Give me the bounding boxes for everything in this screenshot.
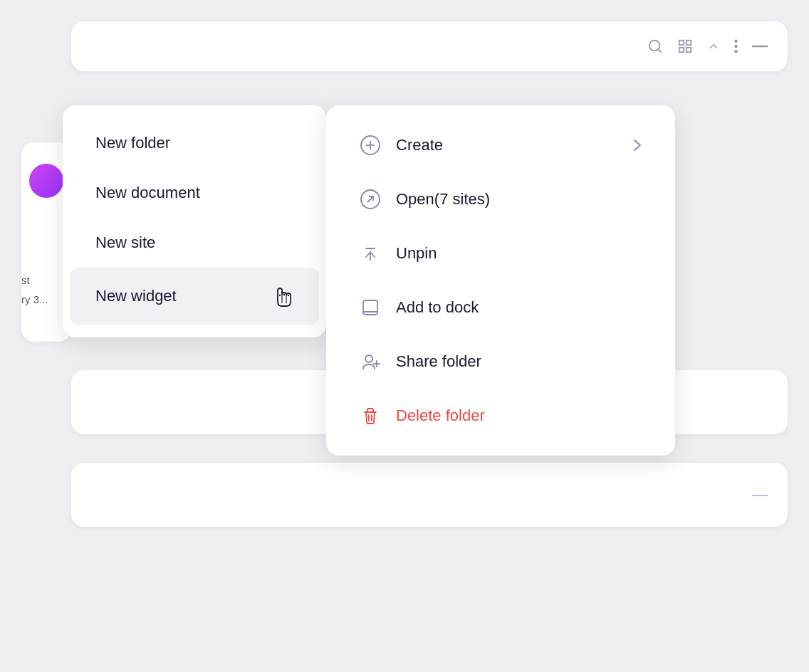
svg-rect-3 — [687, 41, 691, 45]
menu-item-create[interactable]: Create — [333, 118, 668, 172]
background-text: st ry 3... — [21, 271, 48, 309]
bg-card-bottom-2: — — [71, 463, 788, 527]
menu-item-new-site[interactable]: New site — [70, 218, 319, 268]
left-context-menu: New folder New document New site New wid… — [63, 105, 326, 337]
menu-item-share-folder[interactable]: Share folder — [333, 335, 668, 389]
svg-point-7 — [734, 45, 738, 48]
svg-point-8 — [734, 50, 738, 53]
svg-point-24 — [365, 355, 372, 362]
arrow-up-right-circle-icon — [359, 188, 382, 211]
plus-circle-icon — [359, 134, 382, 157]
minus-icon[interactable] — [752, 45, 768, 48]
unpin-label: Unpin — [396, 244, 642, 263]
menu-item-delete-folder[interactable]: Delete folder — [333, 389, 668, 443]
svg-point-12 — [279, 295, 281, 296]
tablet-icon — [359, 296, 382, 319]
svg-line-1 — [658, 49, 661, 52]
menu-item-add-to-dock[interactable]: Add to dock — [333, 280, 668, 335]
menu-item-unpin[interactable]: Unpin — [333, 226, 668, 280]
top-bar — [71, 21, 788, 71]
menu-item-new-folder[interactable]: New folder — [70, 118, 319, 168]
svg-rect-4 — [679, 48, 684, 52]
right-context-menu: Create Open(7 sites) Unpin — [326, 105, 675, 456]
chevron-right-icon — [632, 137, 642, 153]
svg-rect-22 — [363, 300, 377, 315]
svg-rect-5 — [687, 48, 691, 52]
sort-icon[interactable] — [707, 40, 720, 53]
cursor-hand-icon — [271, 283, 293, 309]
menu-item-new-document[interactable]: New document — [70, 168, 319, 218]
svg-rect-2 — [679, 41, 684, 45]
open-sites-label: Open(7 sites) — [396, 190, 642, 209]
user-plus-icon — [359, 350, 382, 373]
delete-folder-label: Delete folder — [396, 406, 642, 425]
svg-point-6 — [734, 39, 738, 43]
minus-decoration: — — [752, 485, 768, 504]
grid-icon[interactable] — [677, 38, 693, 54]
purple-avatar — [29, 164, 63, 198]
search-icon[interactable] — [647, 38, 663, 54]
add-to-dock-label: Add to dock — [396, 298, 642, 317]
more-vertical-icon[interactable] — [734, 38, 738, 54]
svg-point-13 — [283, 294, 285, 295]
menu-item-new-widget[interactable]: New widget — [70, 268, 319, 325]
svg-line-19 — [367, 196, 373, 202]
trash-icon — [359, 404, 382, 427]
create-label: Create — [396, 136, 618, 154]
unpin-icon — [359, 242, 382, 265]
svg-point-14 — [288, 295, 289, 296]
menu-item-open-sites[interactable]: Open(7 sites) — [333, 172, 668, 226]
share-folder-label: Share folder — [396, 352, 642, 371]
